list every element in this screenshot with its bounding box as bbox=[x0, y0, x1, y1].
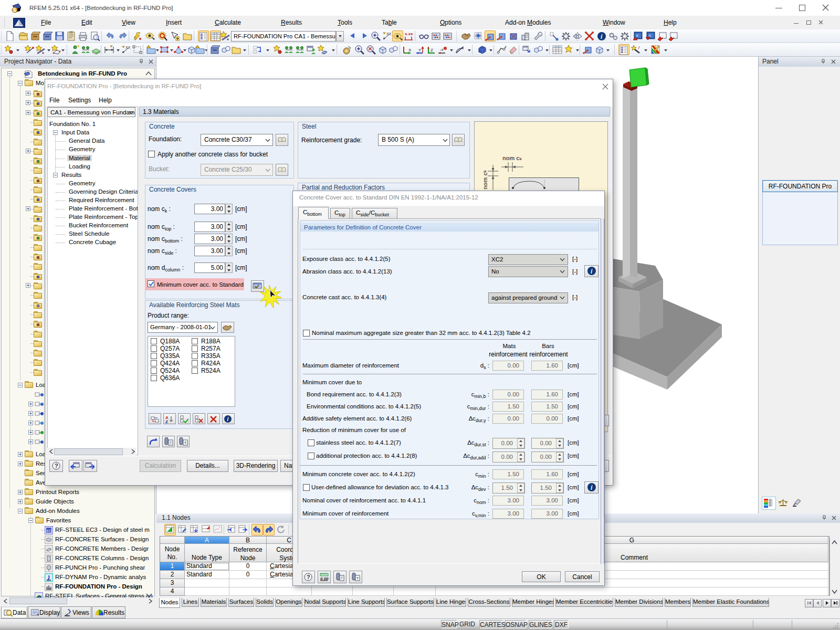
svg-text:?: ? bbox=[307, 574, 310, 580]
